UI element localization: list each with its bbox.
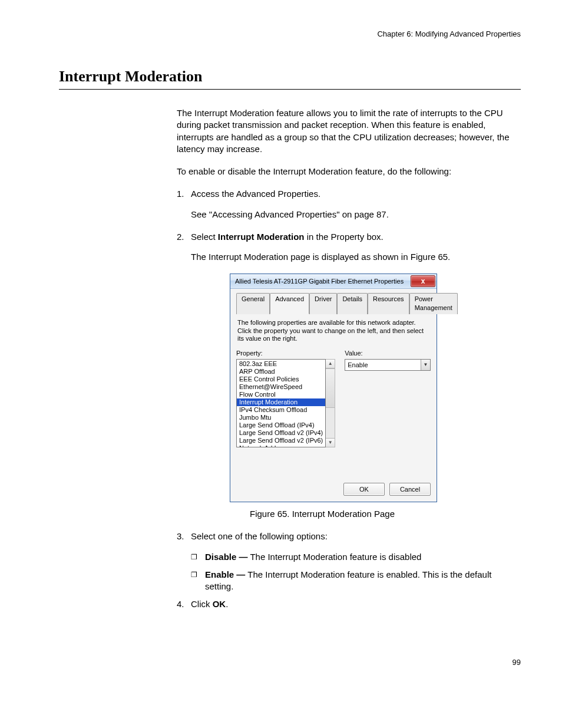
close-icon: x — [421, 276, 425, 286]
list-item[interactable]: EEE Control Policies — [237, 375, 325, 383]
list-item[interactable]: Large Send Offload v2 (IPv6) — [237, 437, 325, 444]
step-2-post: in the Property box. — [305, 232, 384, 242]
tab-resources[interactable]: Resources — [368, 293, 409, 314]
bullet-icon: ❐ — [191, 551, 205, 563]
tab-driver[interactable]: Driver — [309, 293, 337, 314]
list-item[interactable]: Flow Control — [237, 391, 325, 398]
step-number: 3. — [177, 531, 191, 542]
value-selected: Enable — [345, 361, 421, 370]
step-number: 2. — [177, 231, 191, 243]
list-item[interactable]: ARP Offload — [237, 368, 325, 375]
tab-power-management[interactable]: Power Management — [409, 293, 458, 314]
step-4-post: . — [226, 599, 228, 609]
step-1-reference: See "Accessing Advanced Properties" on p… — [191, 209, 521, 220]
bullet-icon: ❐ — [191, 569, 205, 593]
step-text: Select one of the following options: — [191, 531, 521, 542]
properties-dialog: Allied Telesis AT-2911GP Gigabit Fiber E… — [230, 274, 437, 502]
tab-details[interactable]: Details — [337, 293, 368, 314]
section-title: Interrupt Moderation — [59, 68, 521, 85]
step-1: 1. Access the Advanced Properties. — [177, 188, 521, 200]
tab-advanced[interactable]: Advanced — [270, 293, 309, 314]
step-2-bold: Interrupt Moderation — [218, 232, 305, 242]
list-item-selected[interactable]: Interrupt Moderation — [237, 398, 325, 406]
list-item[interactable]: IPv4 Checksum Offload — [237, 406, 325, 414]
property-listbox[interactable]: 802.3az EEE ARP Offload EEE Control Poli… — [236, 359, 326, 447]
tab-strip: General Advanced Driver Details Resource… — [236, 292, 431, 314]
option-enable-text: The Interrupt Moderation feature is enab… — [205, 569, 491, 591]
dialog-instructions: The following properties are available f… — [237, 319, 429, 343]
figure-65: Allied Telesis AT-2911GP Gigabit Fiber E… — [230, 274, 521, 502]
option-enable-label: Enable — — [205, 569, 245, 579]
property-label: Property: — [236, 349, 335, 358]
option-disable: ❐ Disable — The Interrupt Moderation fea… — [191, 551, 521, 563]
option-disable-label: Disable — — [205, 552, 248, 562]
listbox-scrollbar[interactable]: ▲ ▼ — [326, 359, 335, 447]
list-item[interactable]: Large Send Offload (IPv4) — [237, 421, 325, 429]
step-4-pre: Click — [191, 599, 213, 609]
step-2-after: The Interrupt Moderation page is display… — [191, 251, 521, 263]
section-divider — [59, 89, 521, 90]
intro-paragraph: The Interrupt Moderation feature allows … — [177, 107, 521, 155]
value-combobox[interactable]: Enable ▼ — [345, 359, 431, 371]
close-button[interactable]: x — [411, 275, 435, 287]
scroll-up-icon[interactable]: ▲ — [326, 360, 335, 368]
step-4-bold: OK — [213, 599, 226, 609]
dialog-titlebar[interactable]: Allied Telesis AT-2911GP Gigabit Fiber E… — [230, 274, 437, 289]
step-text: Select Interrupt Moderation in the Prope… — [191, 231, 521, 243]
figure-caption: Figure 65. Interrupt Moderation Page — [124, 508, 521, 520]
list-item[interactable]: Network Address — [237, 444, 325, 447]
step-2: 2. Select Interrupt Moderation in the Pr… — [177, 231, 521, 243]
option-disable-text: The Interrupt Moderation feature is disa… — [248, 552, 422, 562]
step-2-pre: Select — [191, 232, 218, 242]
step-4: 4. Click OK. — [177, 598, 521, 610]
lead-paragraph: To enable or disable the Interrupt Moder… — [177, 166, 521, 177]
list-item[interactable]: 802.3az EEE — [237, 360, 325, 368]
list-item[interactable]: Ethernet@WireSpeed — [237, 383, 325, 391]
step-number: 4. — [177, 598, 191, 610]
scroll-track[interactable] — [326, 368, 335, 438]
value-label: Value: — [345, 349, 431, 358]
list-item[interactable]: Large Send Offload v2 (IPv4) — [237, 429, 325, 437]
chapter-header: Chapter 6: Modifying Advanced Properties — [59, 29, 521, 38]
tab-general[interactable]: General — [236, 293, 270, 314]
page-number: 99 — [59, 658, 521, 667]
dialog-title: Allied Telesis AT-2911GP Gigabit Fiber E… — [235, 277, 411, 286]
step-3: 3. Select one of the following options: — [177, 531, 521, 542]
step-text: Click OK. — [191, 598, 521, 610]
list-item[interactable]: Jumbo Mtu — [237, 414, 325, 421]
scroll-thumb[interactable] — [326, 368, 335, 408]
step-text: Access the Advanced Properties. — [191, 188, 521, 200]
scroll-down-icon[interactable]: ▼ — [326, 438, 335, 447]
step-number: 1. — [177, 188, 191, 200]
cancel-button[interactable]: Cancel — [389, 483, 431, 496]
option-enable: ❐ Enable — The Interrupt Moderation feat… — [191, 569, 521, 593]
chevron-down-icon[interactable]: ▼ — [421, 360, 430, 370]
ok-button[interactable]: OK — [343, 483, 385, 496]
